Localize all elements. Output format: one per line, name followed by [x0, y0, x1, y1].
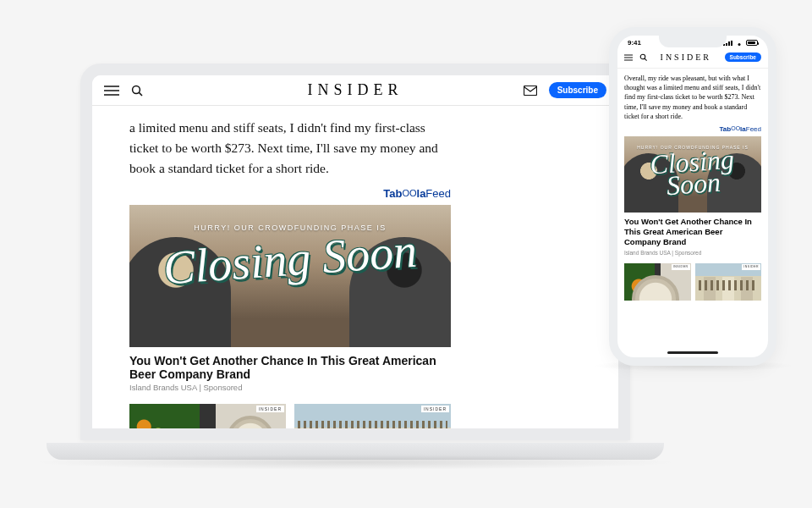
sponsored-image: HURRY! OUR CROWDFUNDING PHASE IS Closing…: [624, 136, 761, 213]
sponsored-title: You Won't Get Another Chance In This Gre…: [129, 354, 451, 381]
svg-point-3: [640, 54, 645, 59]
mail-icon[interactable]: [524, 86, 537, 96]
subscribe-button[interactable]: Subscribe: [725, 52, 761, 62]
brand-logo[interactable]: INSIDER: [654, 52, 718, 62]
recommendation-thumb[interactable]: INSIDER: [129, 404, 286, 428]
battery-icon: [746, 40, 758, 46]
home-indicator[interactable]: [667, 351, 718, 354]
subscribe-button[interactable]: Subscribe: [549, 82, 606, 98]
laptop-shadow: [30, 455, 681, 470]
svg-line-1: [139, 92, 142, 96]
recommendation-thumb[interactable]: INSIDER: [695, 263, 762, 301]
menu-icon[interactable]: [624, 54, 633, 61]
recommendation-thumb[interactable]: INSIDER: [294, 404, 451, 428]
wifi-icon: [735, 40, 743, 46]
svg-line-4: [645, 58, 647, 61]
menu-icon[interactable]: [104, 86, 119, 96]
laptop-screen: INSIDER Subscribe a limited menu and sti…: [80, 64, 630, 440]
phone-device: 9:41 INSIDER Subscribe Overall, my ride …: [609, 27, 776, 366]
taboola-feed-label[interactable]: TabOOlaFeed: [129, 187, 451, 200]
article-body: a limited menu and stiff seats, I didn't…: [92, 106, 618, 428]
svg-point-0: [133, 86, 140, 93]
sponsored-image: HURRY! OUR CROWDFUNDING PHASE IS Closing…: [129, 205, 451, 347]
recommendation-row: INSIDER INSIDER: [624, 263, 761, 301]
thumb-brand-corner: INSIDER: [256, 406, 284, 412]
thumb-brand-corner: INSIDER: [742, 264, 760, 270]
sponsored-byline: Island Brands USA | Sponsored: [624, 249, 761, 257]
brand-logo[interactable]: INSIDER: [189, 81, 522, 99]
status-time: 9:41: [628, 39, 641, 47]
search-icon[interactable]: [131, 85, 143, 97]
site-header: INSIDER Subscribe: [92, 75, 618, 106]
article-body: Overall, my ride was pleasant, but with …: [617, 69, 768, 306]
sponsored-card[interactable]: HURRY! OUR CROWDFUNDING PHASE IS Closing…: [624, 136, 761, 257]
sponsored-byline: Island Brands USA | Sponsored: [129, 383, 451, 392]
phone-notch: [659, 36, 727, 47]
article-paragraph: Overall, my ride was pleasant, but with …: [624, 74, 761, 121]
thumb-brand-corner: INSIDER: [672, 264, 690, 270]
taboola-feed-label[interactable]: TabOOlaFeed: [624, 124, 761, 134]
laptop-device: INSIDER Subscribe a limited menu and sti…: [80, 64, 630, 444]
thumb-brand-corner: INSIDER: [421, 406, 449, 412]
recommendation-row: INSIDER INSIDER: [129, 404, 451, 428]
site-header: INSIDER Subscribe: [617, 47, 768, 69]
svg-rect-2: [524, 86, 536, 95]
recommendation-thumb[interactable]: INSIDER: [624, 263, 691, 301]
sponsored-title: You Won't Get Another Chance In This Gre…: [624, 217, 761, 247]
search-icon[interactable]: [639, 53, 647, 61]
article-paragraph: a limited menu and stiff seats, I didn't…: [129, 118, 451, 179]
sponsored-card[interactable]: HURRY! OUR CROWDFUNDING PHASE IS Closing…: [129, 205, 451, 392]
